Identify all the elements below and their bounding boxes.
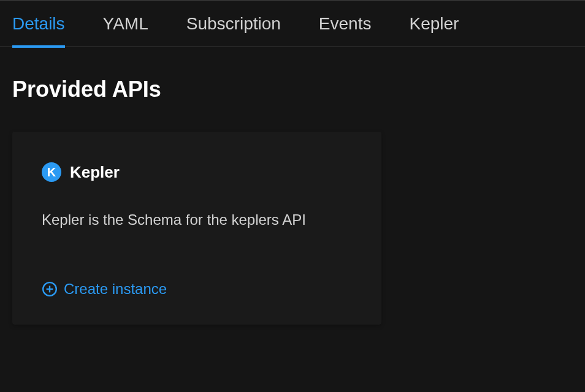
tab-kepler[interactable]: Kepler [409, 1, 459, 47]
api-title: Kepler [70, 163, 120, 182]
kepler-icon: K [42, 162, 61, 182]
card-header: K Kepler [42, 162, 352, 182]
api-description: Kepler is the Schema for the keplers API [42, 210, 352, 229]
tab-details[interactable]: Details [12, 1, 65, 47]
api-card: K Kepler Kepler is the Schema for the ke… [12, 132, 381, 325]
section-title: Provided APIs [12, 77, 573, 102]
tab-events[interactable]: Events [319, 1, 372, 47]
create-instance-button[interactable]: Create instance [42, 281, 352, 298]
content-area: Provided APIs K Kepler Kepler is the Sch… [0, 47, 585, 337]
create-instance-label: Create instance [64, 281, 167, 298]
plus-circle-icon [42, 281, 58, 297]
tab-yaml[interactable]: YAML [103, 1, 148, 47]
tabs-bar: Details YAML Subscription Events Kepler [0, 1, 585, 47]
tab-subscription[interactable]: Subscription [186, 1, 281, 47]
